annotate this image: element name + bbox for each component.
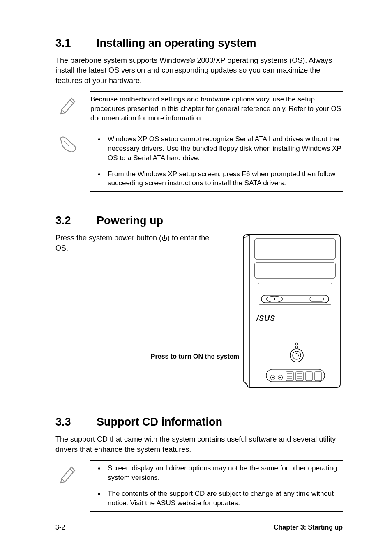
svg-point-14: [295, 346, 298, 349]
section-title: Support CD information: [97, 416, 222, 428]
pointing-hand-icon: [58, 134, 79, 154]
svg-point-7: [274, 298, 275, 300]
svg-point-13: [295, 343, 298, 345]
important-item-2: From the Windows XP setup screen, press …: [90, 170, 343, 189]
svg-rect-3: [255, 263, 335, 278]
pencil-note-icon: [58, 94, 79, 115]
chapter-label: Chapter 3: Starting up: [274, 524, 343, 531]
svg-rect-31: [315, 372, 321, 381]
powering-row: Press the system power button (⏻) to ent…: [55, 233, 343, 389]
section-3-3-intro: The support CD that came with the system…: [55, 434, 343, 454]
pencil-note-icon: [58, 463, 79, 484]
section-heading-3-2: 3.2 Powering up: [55, 214, 343, 227]
important-item-1: Windows XP OS setup cannot recognize Ser…: [90, 135, 343, 163]
callout-leader-line: [242, 357, 297, 357]
page-footer: 3-2 Chapter 3: Starting up: [55, 520, 343, 531]
note-item-2: The contents of the support CD are subje…: [90, 489, 343, 508]
powering-text: Press the system power button (⏻) to ent…: [55, 233, 215, 253]
svg-rect-25: [296, 372, 303, 381]
svg-rect-20: [286, 372, 293, 381]
important-callout: Windows XP OS setup cannot recognize Ser…: [90, 131, 343, 192]
section-number: 3.1: [55, 37, 97, 50]
svg-point-19: [279, 377, 281, 378]
section-heading-3-3: 3.3 Support CD information: [55, 416, 343, 428]
callout-label-text: Press to turn ON the system: [151, 353, 239, 360]
svg-rect-8: [310, 297, 324, 301]
note-text: Because motherboard settings and hardwar…: [90, 95, 343, 123]
powering-text-pre: Press the system power button (: [55, 234, 161, 242]
svg-text:/SUS: /SUS: [256, 314, 275, 322]
section-number: 3.2: [55, 214, 97, 227]
document-page: 3.1 Installing an operating system The b…: [0, 0, 392, 532]
note-callout-3-3: Screen display and driver options may no…: [90, 460, 343, 512]
note-callout: Because motherboard settings and hardwar…: [90, 91, 343, 127]
section-3-1-intro: The barebone system supports Windows® 20…: [55, 55, 343, 85]
section-title: Powering up: [97, 214, 163, 227]
section-heading-3-1: 3.1 Installing an operating system: [55, 37, 343, 50]
computer-tower-figure: /SUS: [215, 233, 343, 389]
section-title: Installing an operating system: [97, 37, 256, 50]
svg-point-17: [272, 377, 274, 378]
svg-rect-2: [255, 239, 335, 259]
power-icon: ⏻: [161, 235, 167, 242]
computer-tower-svg: /SUS: [240, 233, 343, 389]
note-item-1: Screen display and driver options may no…: [90, 464, 343, 483]
svg-rect-30: [306, 372, 312, 381]
important-list: Windows XP OS setup cannot recognize Ser…: [90, 135, 343, 189]
page-number: 3-2: [55, 524, 65, 531]
note-list-3-3: Screen display and driver options may no…: [90, 464, 343, 508]
power-button-callout: Press to turn ON the system: [151, 353, 297, 360]
section-number: 3.3: [55, 416, 97, 428]
